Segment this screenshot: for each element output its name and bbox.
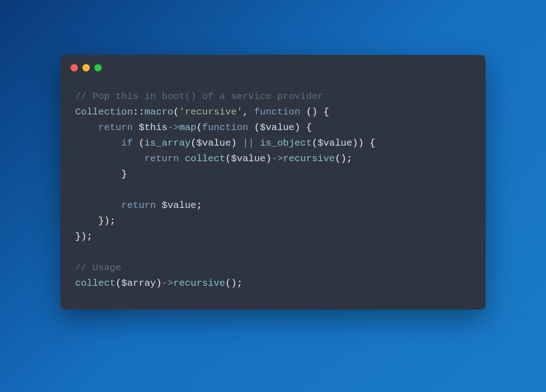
code-token: :: (133, 107, 144, 117)
code-token: -> (272, 153, 283, 164)
code-token: 'recursive' (179, 107, 243, 117)
code-token: ( (191, 138, 197, 148)
close-icon[interactable] (71, 64, 78, 71)
code-token: ) (231, 138, 242, 148)
code-token: () { (300, 107, 329, 117)
code-window: // Pop this in boot() of a service provi… (60, 55, 486, 310)
code-token: -> (162, 278, 173, 289)
code-token: }); (98, 216, 115, 226)
code-token: ( (197, 122, 202, 133)
code-token: ) { (295, 122, 312, 133)
code-token: return (144, 153, 179, 164)
code-token: ( (248, 122, 260, 133)
code-token: recursive (283, 153, 335, 164)
code-token: ( (225, 153, 231, 164)
code-token: function (254, 107, 300, 117)
code-token: macro (144, 107, 173, 117)
code-comment: // Usage (75, 262, 121, 273)
code-token: collect (185, 153, 225, 164)
code-token: ) (156, 278, 162, 289)
code-token: $value (317, 138, 352, 148)
code-token: function (202, 122, 248, 133)
code-editor: // Pop this in boot() of a service provi… (60, 75, 486, 310)
code-token: map (179, 122, 197, 133)
code-token: ( (133, 138, 144, 148)
maximize-icon[interactable] (94, 64, 102, 71)
code-token: } (121, 169, 127, 180)
code-token (254, 138, 260, 148)
code-token: Collection (75, 107, 133, 117)
code-token: ; (197, 200, 202, 211)
code-token: )) { (352, 138, 375, 148)
code-token: $array (121, 278, 156, 289)
code-token: || (243, 138, 254, 148)
code-token: $this (139, 122, 168, 133)
code-token: (); (225, 278, 243, 289)
code-token: ) (266, 153, 272, 164)
code-token: , (243, 107, 254, 117)
code-token: }); (75, 231, 93, 242)
code-token: -> (168, 122, 179, 133)
code-token: return (98, 122, 133, 133)
code-token: collect (75, 278, 115, 289)
code-comment: // Pop this in boot() of a service provi… (75, 91, 323, 102)
code-token: $value (260, 122, 295, 133)
code-token: recursive (173, 278, 225, 289)
code-token: is_object (260, 138, 311, 148)
code-token: ( (312, 138, 318, 148)
code-token: if (121, 138, 133, 148)
code-token: ( (173, 107, 179, 117)
minimize-icon[interactable] (82, 64, 90, 71)
code-token: ( (115, 278, 121, 289)
code-token (133, 122, 139, 133)
code-token: is_array (144, 138, 191, 148)
code-token: (); (335, 153, 352, 164)
code-token (156, 200, 162, 211)
window-titlebar (60, 55, 486, 75)
code-token: $value (231, 153, 266, 164)
code-token: $value (162, 200, 197, 211)
code-token (179, 153, 185, 164)
code-token: return (121, 200, 156, 211)
code-token: $value (197, 138, 231, 148)
